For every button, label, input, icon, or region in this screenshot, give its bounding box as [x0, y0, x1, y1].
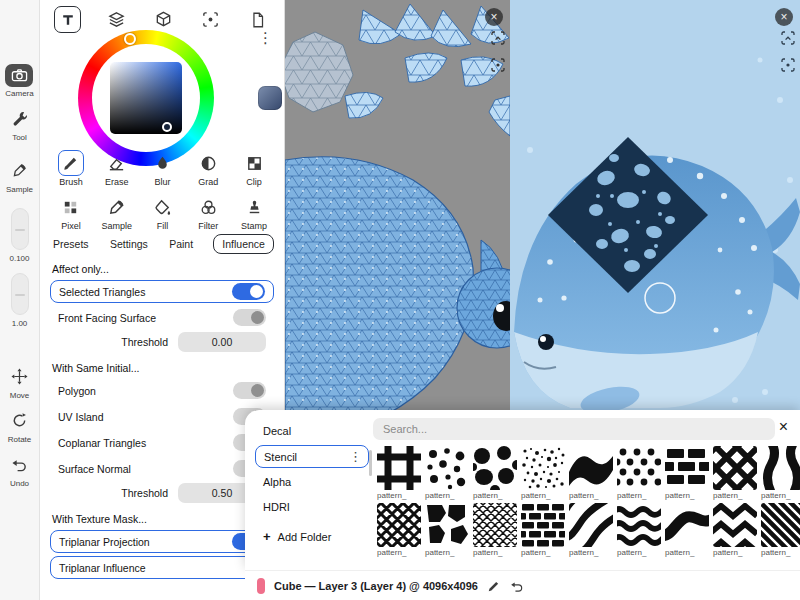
tool-grad[interactable]: Grad [185, 150, 231, 187]
pattern-image-polka [617, 446, 661, 490]
tool-erase[interactable]: Erase [94, 150, 140, 187]
brush-size-slider[interactable]: 0.100 [9, 208, 29, 263]
text-tool-icon [60, 12, 76, 28]
file-icon [249, 11, 267, 29]
asset-browser-panel: Decal Stencil ⋮ Alpha HDRI + Add Folder … [245, 410, 800, 570]
pattern-thumbnail[interactable]: pattern_ [521, 503, 565, 557]
sv-selector[interactable] [162, 122, 172, 132]
focus-button[interactable] [199, 8, 223, 32]
pattern-thumbnail[interactable]: pattern_ [377, 503, 421, 557]
layers-button[interactable] [104, 8, 128, 32]
pattern-thumbnail[interactable]: pattern_ [425, 503, 469, 557]
pattern-thumbnail[interactable]: pattern_ [473, 446, 517, 500]
undo-label: Undo [10, 479, 29, 488]
pattern-thumbnail[interactable]: pattern_ [713, 446, 757, 500]
frame-fit-icon[interactable] [781, 58, 795, 76]
category-alpha[interactable]: Alpha [255, 471, 369, 493]
pattern-thumbnail[interactable]: pattern_ [377, 446, 421, 500]
frame-home-icon[interactable] [781, 31, 795, 49]
row-triplanar-influence[interactable]: Triplanar Influence [50, 556, 274, 579]
close-viewport-button[interactable]: × [485, 8, 503, 26]
file-button[interactable] [246, 8, 270, 32]
row-threshold-normal: Threshold 0.50 [50, 483, 274, 503]
pattern-thumbnail[interactable]: pattern_ [569, 446, 613, 500]
hue-selector[interactable] [124, 33, 136, 45]
tool-label: Pixel [61, 221, 81, 231]
pattern-image-net [377, 446, 421, 490]
slider-track[interactable] [11, 208, 29, 250]
close-asset-panel-button[interactable]: × [779, 416, 788, 438]
pattern-thumbnail[interactable]: pattern_ [665, 503, 709, 557]
search-input[interactable] [373, 418, 775, 440]
toggle-front-facing-surface[interactable] [233, 309, 266, 326]
close-viewport-button[interactable]: × [775, 8, 793, 26]
pattern-thumbnail[interactable]: pattern_ [521, 446, 565, 500]
row-label: Threshold [121, 487, 168, 499]
tool-blur[interactable]: Blur [140, 150, 186, 187]
tool-filter[interactable]: Filter [185, 194, 231, 231]
tool-stamp[interactable]: Stamp [231, 194, 277, 231]
toggle-selected-triangles[interactable] [232, 283, 265, 300]
brush-tool-grid: Brush Erase Blur Grad Clip [48, 150, 277, 231]
tool-brush[interactable]: Brush [48, 150, 94, 187]
pattern-thumbnail[interactable]: pattern_ [617, 503, 661, 557]
sample-mode-button[interactable]: Sample [6, 162, 33, 194]
saturation-value-square[interactable] [110, 62, 182, 134]
color-wheel[interactable] [78, 30, 214, 166]
panel-header [40, 0, 284, 33]
thumbnail-scrollbar[interactable] [369, 450, 372, 476]
color-menu-button[interactable]: ⋮ [258, 30, 270, 45]
tab-settings[interactable]: Settings [109, 235, 149, 253]
undo-button[interactable]: Undo [10, 456, 29, 488]
whale-model [514, 137, 800, 418]
pattern-image-diagrid [473, 503, 517, 547]
scene-cube-button[interactable] [152, 8, 176, 32]
row-label: Coplanar Triangles [58, 437, 146, 449]
section-title-affect-only: Affect only... [52, 263, 272, 275]
status-undo-icon[interactable] [510, 579, 524, 593]
camera-mode-button[interactable]: Camera [5, 64, 33, 98]
pattern-thumbnail[interactable]: pattern_ [617, 446, 661, 500]
pattern-thumbnail[interactable]: pattern_ [761, 503, 800, 557]
frame-home-icon[interactable] [491, 31, 505, 49]
rotate-button[interactable]: Rotate [8, 412, 32, 444]
category-decal[interactable]: Decal [255, 420, 369, 442]
category-hdri[interactable]: HDRI [255, 496, 369, 518]
brush-icon [58, 150, 84, 176]
text-tool-button[interactable] [54, 6, 81, 33]
toggle-polygon[interactable] [233, 382, 266, 399]
add-folder-button[interactable]: + Add Folder [255, 524, 369, 549]
pattern-thumbnail[interactable]: pattern_ [761, 446, 800, 500]
pattern-thumbnail[interactable]: pattern_ [425, 446, 469, 500]
tool-pixel[interactable]: Pixel [48, 194, 94, 231]
category-stencil[interactable]: Stencil ⋮ [255, 445, 369, 468]
tool-sample[interactable]: Sample [94, 194, 140, 231]
pattern-thumbnail[interactable]: pattern_ [713, 503, 757, 557]
sample-pen-icon [11, 162, 28, 183]
rotate-icon [11, 412, 28, 433]
section-title-same-initial: With Same Initial... [52, 362, 272, 374]
tool-mode-button[interactable]: Tool [11, 110, 28, 142]
camera-icon [5, 64, 33, 87]
pattern-thumbnail[interactable]: pattern_ [665, 446, 709, 500]
tab-influence[interactable]: Influence [213, 234, 274, 254]
slider-track[interactable] [11, 273, 29, 315]
row-surface-normal: Surface Normal [50, 457, 274, 480]
frame-fit-icon[interactable] [491, 58, 505, 76]
row-label: Threshold [121, 336, 168, 348]
paint-bucket-icon [149, 194, 175, 220]
edit-layer-pencil-icon[interactable] [487, 579, 501, 593]
tool-label: Stamp [241, 221, 267, 231]
current-color-swatch[interactable] [258, 86, 282, 110]
tool-fill[interactable]: Fill [140, 194, 186, 231]
pattern-thumbnail[interactable]: pattern_ [473, 503, 517, 557]
threshold-value-field[interactable]: 0.00 [178, 332, 266, 352]
tab-paint[interactable]: Paint [168, 235, 194, 253]
kebab-menu-icon[interactable]: ⋮ [349, 450, 362, 463]
brush-opacity-slider[interactable]: 1.00 [11, 273, 29, 328]
tab-presets[interactable]: Presets [52, 235, 90, 253]
camera-label: Camera [5, 89, 33, 98]
pattern-thumbnail[interactable]: pattern_ [569, 503, 613, 557]
move-button[interactable]: Move [10, 368, 30, 400]
tool-clip[interactable]: Clip [231, 150, 277, 187]
